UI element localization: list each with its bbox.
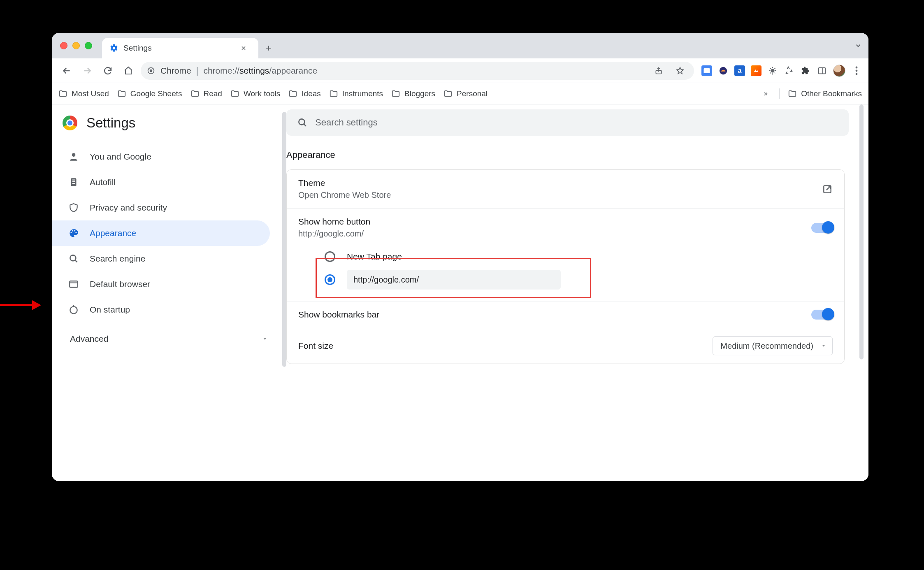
bookmark-folder[interactable]: Read [190,89,222,98]
bookmark-label: Read [204,89,222,98]
sidebar-scrollbar[interactable] [282,112,286,367]
settings-title: Settings [86,115,135,131]
svg-point-10 [856,73,858,75]
search-icon [297,117,308,128]
extension-recycle-icon[interactable] [784,65,794,76]
omnibox-separator: | [196,65,199,76]
row-bookmarksbar-title: Show bookmarks bar [298,310,379,320]
bookmark-folder[interactable]: Work tools [230,89,280,98]
row-fontsize-title: Font size [298,341,333,351]
sidebar-item-you-and-google[interactable]: You and Google [52,144,270,169]
back-button[interactable] [58,63,75,79]
tab-title: Settings [123,44,235,53]
close-window-button[interactable] [60,42,67,49]
font-size-select[interactable]: Medium (Recommended) [713,336,833,355]
home-custom-url-value: http://google.com/ [353,275,419,285]
settings-nav: You and Google Autofill Privacy and secu… [52,141,286,322]
sidebar-item-on-startup[interactable]: On startup [52,297,270,322]
settings-brand: Settings [52,112,286,141]
toggle-show-bookmarks-bar[interactable] [811,310,833,320]
home-button[interactable] [120,63,137,79]
open-external-icon[interactable] [822,184,833,195]
address-bar[interactable]: Chrome | chrome://settings/appearance [141,62,694,80]
bookmark-folder[interactable]: Most Used [58,89,109,98]
search-placeholder: Search settings [315,117,378,128]
bookmark-label: Google Sheets [130,89,182,98]
sidebar-item-label: Search engine [90,254,145,264]
extension-ahrefs-icon[interactable]: a [734,65,745,76]
extension-similarweb-icon[interactable] [718,65,729,76]
toggle-show-home-button[interactable] [811,223,833,233]
annotation-arrow [0,300,41,310]
svg-rect-7 [819,67,826,74]
forward-button[interactable] [79,63,95,79]
row-theme-sub: Open Chrome Web Store [298,190,391,200]
svg-point-2 [150,69,152,72]
radio-label-newtab: New Tab page [347,252,402,262]
svg-point-6 [771,69,774,72]
extension-bug-icon[interactable] [767,65,778,76]
bookmark-star-icon[interactable] [672,63,688,79]
bookmarks-overflow-button[interactable]: » [760,89,771,98]
sidebar-item-appearance[interactable]: Appearance [52,220,270,246]
minimize-window-button[interactable] [72,42,80,49]
main-scrollbar[interactable] [859,104,864,359]
divider [779,88,780,99]
radio-icon [325,274,335,285]
fullscreen-window-button[interactable] [85,42,92,49]
profile-avatar[interactable] [833,65,845,77]
row-home-title: Show home button [298,217,370,227]
bookmark-folder[interactable]: Personal [443,89,488,98]
sidebar-item-label: Privacy and security [90,203,167,213]
sidebar-advanced-toggle[interactable]: Advanced [52,322,286,344]
window-controls [60,33,102,58]
side-panel-icon[interactable] [817,65,827,76]
sidebar-advanced-label: Advanced [70,334,108,344]
row-show-bookmarks-bar: Show bookmarks bar [287,301,844,328]
radio-custom-url[interactable]: http://google.com/ [325,268,833,291]
extension-google-translate-icon[interactable] [701,65,712,76]
reload-button[interactable] [100,63,116,79]
sidebar-item-autofill[interactable]: Autofill [52,169,270,195]
close-tab-button[interactable] [240,45,252,51]
row-theme[interactable]: Theme Open Chrome Web Store [287,170,844,209]
radio-icon [325,251,335,262]
bookmark-folder[interactable]: Google Sheets [117,89,182,98]
svg-rect-14 [72,181,75,182]
new-tab-button[interactable] [258,38,279,58]
radio-new-tab-page[interactable]: New Tab page [325,245,833,268]
extension-orange-icon[interactable] [751,65,761,76]
other-bookmarks-folder[interactable]: Other Bookmarks [788,89,862,98]
sidebar-item-label: On startup [90,305,130,315]
settings-sidebar: Settings You and Google Autofill Privacy… [52,104,286,481]
browser-tab-settings[interactable]: Settings [102,38,258,58]
extensions-puzzle-icon[interactable] [800,65,811,76]
svg-point-8 [856,66,858,68]
bookmark-folder[interactable]: Instruments [329,89,383,98]
sidebar-item-default-browser[interactable]: Default browser [52,271,270,297]
bookmark-label: Instruments [342,89,383,98]
settings-content: Settings You and Google Autofill Privacy… [52,104,868,481]
bookmark-label: Ideas [302,89,320,98]
sidebar-item-search-engine[interactable]: Search engine [52,246,270,271]
tabs-dropdown-button[interactable] [848,33,868,58]
home-custom-url-input[interactable]: http://google.com/ [347,270,561,290]
share-icon[interactable] [650,63,667,79]
svg-point-19 [299,119,304,125]
section-title-appearance: Appearance [286,146,868,169]
gear-icon [109,44,118,53]
chrome-menu-button[interactable] [851,65,862,76]
sidebar-item-privacy-security[interactable]: Privacy and security [52,195,270,220]
svg-rect-4 [704,68,710,73]
bookmark-label: Most Used [72,89,109,98]
sidebar-item-label: Default browser [90,279,150,289]
font-size-value: Medium (Recommended) [720,341,813,351]
sidebar-item-label: You and Google [90,152,151,162]
bookmark-folder[interactable]: Bloggers [391,89,435,98]
site-info-icon[interactable] [146,66,156,75]
appearance-card: Theme Open Chrome Web Store Show home bu… [286,169,845,364]
bookmark-folder[interactable]: Ideas [288,89,320,98]
bookmark-label: Work tools [244,89,280,98]
search-settings-input[interactable]: Search settings [286,109,849,136]
svg-point-9 [856,70,858,72]
